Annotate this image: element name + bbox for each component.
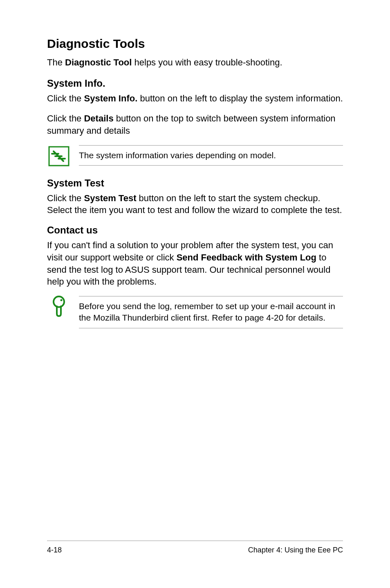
contact-heading: Contact us <box>47 224 343 236</box>
note-2-text: Before you send the log, remember to set… <box>79 296 343 328</box>
chapter-label: Chapter 4: Using the Eee PC <box>248 546 343 554</box>
contact-p-bold: Send Feedback with System Log <box>177 252 316 263</box>
sysinfo-p1-post: button on the left to display the system… <box>137 93 343 103</box>
intro-bold: Diagnostic Tool <box>65 57 132 67</box>
systest-p-bold: System Test <box>84 193 136 203</box>
svg-point-2 <box>61 299 63 301</box>
note-icon <box>47 145 71 168</box>
tip-icon <box>47 296 71 319</box>
page-number: 4-18 <box>47 546 62 554</box>
sysinfo-p2: Click the Details button on the top to s… <box>47 112 343 137</box>
systest-p-pre: Click the <box>47 193 84 203</box>
sysinfo-heading: System Info. <box>47 78 343 89</box>
sysinfo-p2-bold: Details <box>84 113 113 123</box>
sysinfo-p1: Click the System Info. button on the lef… <box>47 92 343 105</box>
systest-p: Click the System Test button on the left… <box>47 192 343 216</box>
sysinfo-p1-pre: Click the <box>47 93 84 103</box>
note-1-text: The system information varies depending … <box>79 145 343 166</box>
sysinfo-p1-bold: System Info. <box>84 93 137 103</box>
svg-point-1 <box>54 296 64 307</box>
systest-heading: System Test <box>47 177 343 189</box>
note-box-1: The system information varies depending … <box>47 145 343 168</box>
page-footer: 4-18 Chapter 4: Using the Eee PC <box>47 541 343 554</box>
intro-pre: The <box>47 57 65 67</box>
page-title: Diagnostic Tools <box>47 37 343 51</box>
sysinfo-p2-pre: Click the <box>47 113 84 123</box>
page-content: Diagnostic Tools The Diagnostic Tool hel… <box>0 0 390 328</box>
intro-post: helps you with easy trouble-shooting. <box>132 57 282 67</box>
contact-p: If you can't find a solution to your pro… <box>47 239 343 288</box>
intro-paragraph: The Diagnostic Tool helps you with easy … <box>47 56 343 69</box>
note-box-2: Before you send the log, remember to set… <box>47 296 343 328</box>
